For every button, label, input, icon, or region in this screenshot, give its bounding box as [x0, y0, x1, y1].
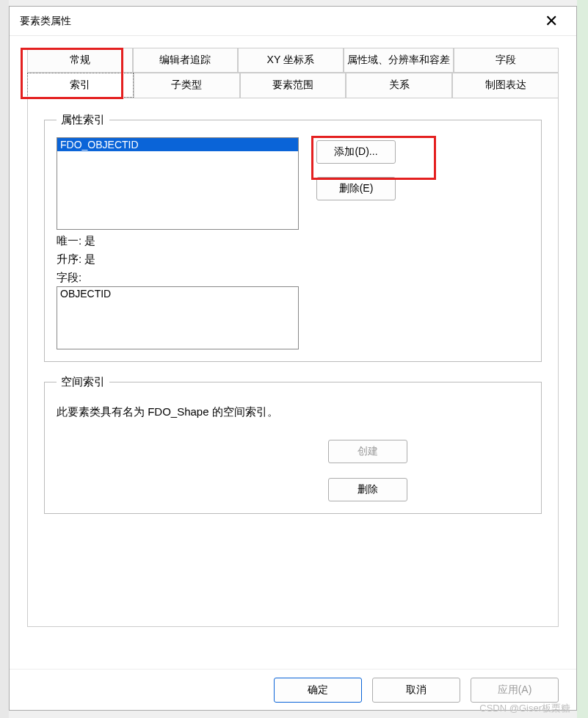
spatial-index-group: 空间索引 此要素类具有名为 FDO_Shape 的空间索引。 创建 删除 [44, 375, 542, 514]
tab-relationship[interactable]: 关系 [346, 73, 452, 98]
tab-extent[interactable]: 要素范围 [240, 73, 346, 98]
spatial-index-legend: 空间索引 [57, 375, 109, 389]
attribute-index-listbox[interactable]: FDO_OBJECTID [57, 137, 299, 230]
attribute-index-legend: 属性索引 [57, 113, 109, 127]
delete-index-button[interactable]: 删除(E) [316, 177, 396, 200]
close-icon: ✕ [545, 12, 558, 31]
cancel-button[interactable]: 取消 [372, 678, 460, 703]
apply-button: 应用(A) [471, 678, 559, 703]
fields-label: 字段: [57, 271, 299, 285]
ascending-row: 升序: 是 [57, 253, 299, 266]
fields-listbox[interactable]: OBJECTID [57, 286, 299, 349]
add-index-button[interactable]: 添加(D)... [316, 140, 396, 164]
tab-subtype[interactable]: 子类型 [134, 73, 240, 98]
dialog-title: 要素类属性 [20, 15, 71, 28]
bg-left [0, 0, 9, 718]
tab-xy-coord[interactable]: XY 坐标系 [238, 48, 344, 72]
delete-spatial-index-button[interactable]: 删除 [328, 478, 407, 501]
unique-label: 唯一: [57, 234, 81, 247]
tab-general[interactable]: 常规 [27, 48, 133, 72]
watermark: CSDN @Giser板栗糖 [479, 702, 570, 715]
attribute-index-group: 属性索引 FDO_OBJECTID 唯一: 是 升序: [44, 113, 542, 362]
tab-domain-tolerance[interactable]: 属性域、分辨率和容差 [344, 48, 454, 72]
titlebar: 要素类属性 ✕ [10, 7, 576, 36]
ascending-label: 升序: [57, 253, 81, 265]
create-spatial-index-button: 创建 [328, 440, 407, 463]
tabstrip: 常规 编辑者追踪 XY 坐标系 属性域、分辨率和容差 字段 索引 子类型 要素范… [27, 48, 559, 627]
tab-index[interactable]: 索引 [27, 73, 134, 98]
fields-value: OBJECTID [60, 288, 295, 300]
tab-row-2: 索引 子类型 要素范围 关系 制图表达 [27, 73, 559, 98]
ok-button[interactable]: 确定 [274, 678, 362, 703]
tab-row-1: 常规 编辑者追踪 XY 坐标系 属性域、分辨率和容差 字段 [27, 48, 559, 73]
ascending-value: 是 [84, 253, 95, 265]
tab-content-index: 属性索引 FDO_OBJECTID 唯一: 是 升序: [27, 98, 559, 627]
bg-right [577, 0, 588, 718]
dialog-window: 要素类属性 ✕ 常规 编辑者追踪 XY 坐标系 属性域、分辨率和容差 字段 索引… [9, 6, 577, 711]
tab-editor-tracking[interactable]: 编辑者追踪 [133, 48, 239, 72]
unique-row: 唯一: 是 [57, 234, 299, 248]
close-button[interactable]: ✕ [537, 10, 566, 33]
tab-representation[interactable]: 制图表达 [452, 73, 559, 98]
dialog-body: 常规 编辑者追踪 XY 坐标系 属性域、分辨率和容差 字段 索引 子类型 要素范… [10, 36, 576, 669]
list-item[interactable]: FDO_OBJECTID [57, 138, 298, 151]
spatial-index-description: 此要素类具有名为 FDO_Shape 的空间索引。 [57, 405, 529, 419]
unique-value: 是 [84, 234, 95, 247]
tab-fields[interactable]: 字段 [454, 48, 559, 72]
